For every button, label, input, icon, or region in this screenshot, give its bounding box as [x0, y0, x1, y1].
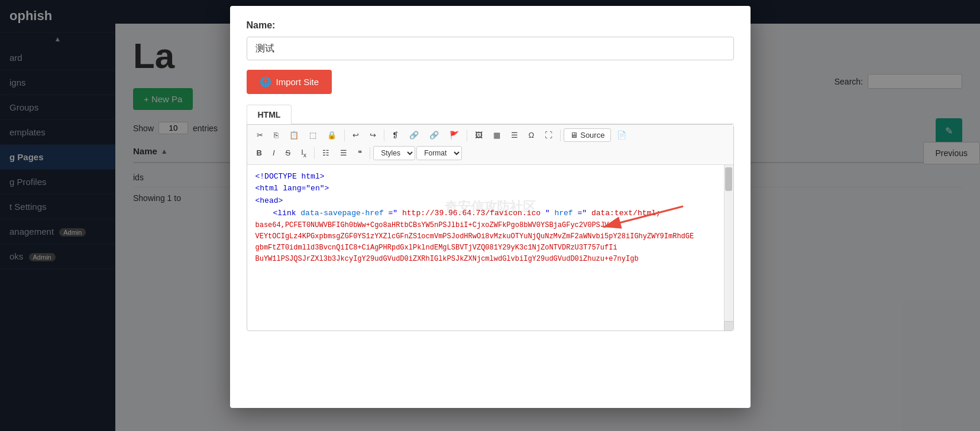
- tab-bar: HTML: [247, 105, 734, 124]
- code-attr: href: [554, 209, 573, 218]
- toolbar-row-1: ✂ ⎘ 📋 ⬚ 🔒 ↩ ↪ ❡ 🔗 🔗 🚩 🖼 ▦ ☰: [252, 128, 729, 142]
- toolbar-unordered-list[interactable]: ☰: [335, 146, 352, 160]
- modal-overlay: Name: 🌐 Import Site HTML ✂ ⎘ 📋 ⬚ 🔒: [0, 0, 980, 431]
- toolbar-sep-3: [467, 129, 467, 141]
- toolbar-sep-5: [314, 147, 315, 159]
- toolbar-image[interactable]: 🖼: [470, 128, 487, 142]
- toolbar-lock[interactable]: 🔒: [322, 128, 341, 142]
- toolbar-paste-text[interactable]: ⬚: [305, 128, 321, 142]
- code-attr: data-savepage-href: [300, 209, 383, 218]
- toolbar-table[interactable]: ▦: [489, 128, 505, 142]
- toolbar-align[interactable]: ☰: [506, 128, 523, 142]
- toolbar-blockquote[interactable]: ❝: [353, 146, 367, 160]
- toolbar-anchor[interactable]: 🚩: [445, 128, 464, 142]
- code-val: http://39.96.64.73/favicon.ico: [402, 209, 541, 218]
- code-tag: =": [389, 209, 398, 218]
- toolbar-redo[interactable]: ↪: [365, 128, 381, 142]
- import-site-label: Import Site: [276, 77, 319, 87]
- code-tag: <!DOCTYPE html>: [255, 172, 325, 181]
- code-tag: <link: [273, 209, 301, 218]
- editor-toolbar: ✂ ⎘ 📋 ⬚ 🔒 ↩ ↪ ❡ 🔗 🔗 🚩 🖼 ▦ ☰: [247, 125, 733, 165]
- modal-dialog: Name: 🌐 Import Site HTML ✂ ⎘ 📋 ⬚ 🔒: [230, 6, 751, 408]
- code-line-5: base64,PCFET0NUWVBFIGh0bWw+Cgo8aHRtbCBsY…: [255, 220, 725, 231]
- toolbar-row-2: B I S Ix ☷ ☰ ❝ Styles Format: [252, 145, 729, 161]
- import-site-button[interactable]: 🌐 Import Site: [247, 70, 332, 94]
- toolbar-link[interactable]: 🔗: [405, 128, 423, 142]
- code-tag: ": [545, 209, 555, 218]
- tab-html[interactable]: HTML: [247, 105, 292, 124]
- toolbar-cut[interactable]: ✂: [252, 128, 268, 142]
- code-tag: =": [577, 209, 587, 218]
- name-label: Name:: [247, 20, 734, 31]
- code-line-4: <link data-savepage-href =" http://39.96…: [255, 208, 725, 220]
- toolbar-ordered-list[interactable]: ☷: [318, 146, 334, 160]
- editor-container: ✂ ⎘ 📋 ⬚ 🔒 ↩ ↪ ❡ 🔗 🔗 🚩 🖼 ▦ ☰: [247, 124, 734, 331]
- toolbar-fullscreen[interactable]: ⛶: [540, 128, 557, 142]
- toolbar-doc[interactable]: 📄: [612, 128, 631, 142]
- code-line-1: <!DOCTYPE html>: [255, 171, 725, 183]
- toolbar-sep-4: [560, 129, 561, 141]
- styles-dropdown[interactable]: Styles: [373, 146, 415, 160]
- tab-html-label: HTML: [258, 110, 281, 119]
- toolbar-copy[interactable]: ⎘: [269, 128, 283, 142]
- editor-code-area[interactable]: <!DOCTYPE html> <html lang="en"> <head> …: [247, 165, 733, 330]
- source-label: Source: [580, 131, 604, 140]
- toolbar-sep-1: [344, 129, 345, 141]
- toolbar-undo[interactable]: ↩: [348, 128, 364, 142]
- toolbar-strikethrough[interactable]: S: [281, 146, 296, 160]
- toolbar-special[interactable]: Ω: [524, 128, 539, 142]
- resize-handle[interactable]: [724, 321, 733, 330]
- code-tag: <html lang="en">: [255, 184, 329, 193]
- toolbar-para[interactable]: ❡: [387, 128, 403, 142]
- globe-icon: 🌐: [260, 76, 271, 88]
- code-tag: <head>: [255, 196, 283, 205]
- source-button[interactable]: 🖥 Source: [564, 128, 611, 142]
- toolbar-sep-2: [384, 129, 384, 141]
- code-line-2: <html lang="en">: [255, 183, 725, 195]
- scroll-thumb[interactable]: [725, 167, 732, 191]
- code-line-6: VEYtOCIgLz4KPGxpbmsgZGF0YS1zYXZlcGFnZS1o…: [255, 231, 725, 242]
- code-editor-wrapper: <!DOCTYPE html> <html lang="en"> <head> …: [247, 165, 733, 330]
- code-line-8: BuYW1lPSJQSJrZXl3b3JkcyIgY29udGVudD0iZXR…: [255, 254, 725, 265]
- format-dropdown[interactable]: Format: [416, 146, 462, 160]
- vertical-scrollbar[interactable]: [724, 165, 733, 330]
- toolbar-unlink[interactable]: 🔗: [425, 128, 444, 142]
- code-val: data:text/html;: [591, 209, 661, 218]
- toolbar-bold[interactable]: B: [252, 146, 267, 160]
- toolbar-clear-format[interactable]: Ix: [296, 145, 311, 161]
- toolbar-sep-6: [370, 147, 370, 159]
- name-input[interactable]: [247, 37, 734, 60]
- toolbar-paste[interactable]: 📋: [284, 128, 303, 142]
- code-line-7: gbmFtZT0idmlld3BvcnQiIC8+CiAgPHRpdGxlPkl…: [255, 242, 725, 254]
- source-icon: 🖥: [570, 131, 578, 140]
- toolbar-italic[interactable]: I: [268, 146, 280, 160]
- code-line-3: <head>: [255, 195, 725, 208]
